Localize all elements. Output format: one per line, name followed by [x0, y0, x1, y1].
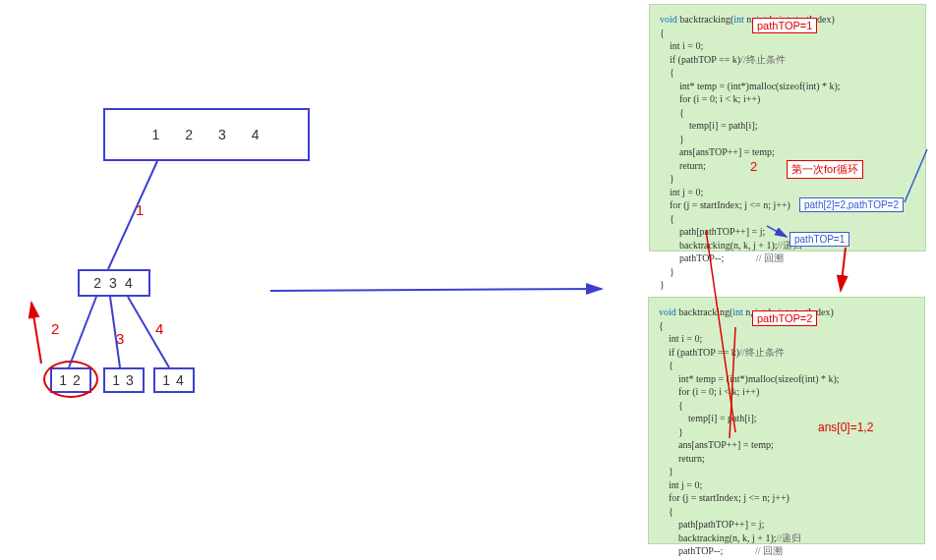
fn-name: backtracking(	[679, 14, 733, 25]
branch-label-1: 1	[136, 201, 144, 218]
code-block-2: void backtracking(int n, int k, int star…	[648, 297, 925, 544]
anno-path-assign: path[2]=2,pathTOP=2	[799, 197, 904, 212]
canvas: { "tree": { "root_values": "1234", "bran…	[0, 0, 936, 560]
callout-pathtop-2: pathTOP=2	[752, 310, 817, 326]
svg-line-9	[841, 248, 846, 291]
branch-label-4: 4	[155, 320, 163, 337]
branch-label-3: 3	[116, 330, 124, 347]
tree-leaf-13: 13	[103, 367, 145, 393]
svg-line-4	[31, 303, 41, 364]
tree-mid-box: 234	[78, 269, 150, 297]
svg-line-0	[108, 161, 157, 269]
tree-leaf-14: 14	[153, 367, 195, 393]
code-block-1: void backtracking(int n, int k, int star…	[649, 4, 926, 252]
label-2: 2	[750, 159, 757, 174]
branch-label-2: 2	[51, 320, 59, 337]
leaf-highlight-circle	[43, 361, 98, 398]
svg-line-5	[270, 289, 602, 291]
callout-pathtop-1: pathTOP=1	[752, 18, 817, 33]
svg-line-1	[69, 297, 96, 367]
anno-pathtop-bottom: pathTOP=1	[790, 232, 849, 247]
callout-first-for: 第一次for循环	[787, 160, 863, 179]
tree-root-box: 1234	[103, 108, 310, 161]
kw-void: void	[660, 14, 677, 25]
anno-ans: ans[0]=1,2	[818, 420, 873, 434]
